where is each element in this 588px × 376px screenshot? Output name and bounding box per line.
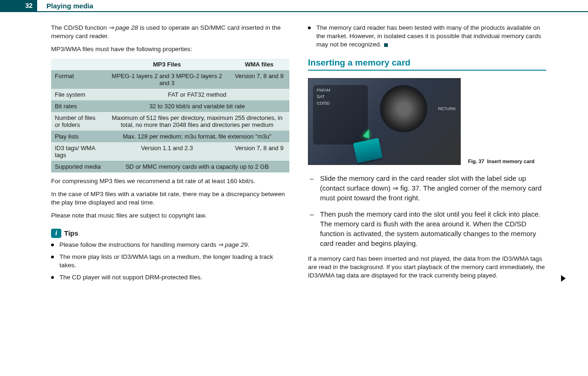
control-dial — [383, 88, 425, 130]
row-value: 32 to 320 kbit/s and variable bit rate — [105, 100, 289, 112]
th-wma: WMA files — [229, 59, 289, 70]
row-label: Format — [51, 70, 105, 89]
radio-panel: FM/AM SAT CD/SD — [313, 85, 368, 145]
top-bullet: The memory card reader has been tested w… — [308, 24, 546, 49]
cell-wma: Version 7, 8 and 9 — [229, 70, 289, 89]
after-table-1: For compressing MP3 files we recommend a… — [51, 177, 289, 185]
after-table-3: Please note that music files are subject… — [51, 211, 289, 220]
page-ref-link: ⇒ page 28 — [109, 24, 138, 31]
top-bullet-list: The memory card reader has been tested w… — [308, 24, 546, 49]
figure-wrap: FM/AM SAT CD/SD RETURN Fig. 37 Insert me… — [308, 78, 546, 165]
bullet-icon — [51, 244, 54, 246]
cell-mp3: Version 1.1 and 2.3 — [105, 142, 229, 161]
bullet-icon — [308, 26, 311, 29]
right-column: The memory card reader has been tested w… — [308, 24, 546, 285]
text: Please follow the instructions for handl… — [59, 241, 218, 248]
row-value: Maximum of 512 files per directory, maxi… — [105, 112, 289, 131]
list-item: Please follow the instructions for handl… — [51, 241, 289, 249]
table-row: Supported mediaSD or MMC memory cards wi… — [51, 161, 289, 172]
table-row: Number of files or foldersMaximum of 512… — [51, 112, 289, 131]
intro-paragraph-1: The CD/SD function ⇒ page 28 is used to … — [51, 24, 289, 40]
return-label: RETURN — [438, 106, 456, 111]
row-label: Number of files or folders — [51, 112, 105, 131]
tips-label: Tips — [64, 229, 78, 237]
intro-paragraph-2: MP3/WMA files must have the following pr… — [51, 45, 289, 53]
table-row: File systemFAT or FAT32 method — [51, 89, 289, 100]
text: The memory card reader has been tested w… — [316, 24, 541, 48]
after-table-2: In the case of MP3 files with a variable… — [51, 190, 289, 207]
closing-paragraph: If a memory card has been inserted and n… — [308, 255, 546, 280]
figure-caption: Fig. 37 Insert memory card — [468, 158, 546, 165]
th-mp3: MP3 Files — [105, 59, 229, 70]
panel-btn: CD/SD — [315, 100, 366, 106]
tips-heading: i Tips — [51, 229, 289, 238]
table-row: Bit rates32 to 320 kbit/s and variable b… — [51, 100, 289, 112]
list-item: The more play lists or ID3/WMA tags on a… — [51, 253, 289, 270]
info-icon: i — [51, 229, 61, 238]
cell-mp3: MPEG-1 layers 2 and 3 MPEG-2 layers 2 an… — [105, 70, 229, 89]
page-number: 32 — [0, 0, 37, 12]
cell-wma: Version 7, 8 and 9 — [229, 142, 289, 161]
table-row: FormatMPEG-1 layers 2 and 3 MPEG-2 layer… — [51, 70, 289, 89]
step-item: Then push the memory card into the slot … — [308, 209, 546, 248]
row-label: File system — [51, 89, 105, 100]
row-value: FAT or FAT32 method — [105, 89, 289, 100]
panel-btn: FM/AM — [315, 87, 366, 93]
table-row: Play listsMax. 128 per medium; m3u forma… — [51, 131, 289, 142]
panel-btn: SAT — [315, 93, 366, 100]
section-title: Inserting a memory card — [308, 58, 546, 71]
page-header: 32 Playing media — [0, 0, 588, 12]
text: . — [248, 241, 249, 248]
row-label: ID3 tags/ WMA tags — [51, 142, 105, 161]
page-ref-link: ⇒ page 29 — [218, 241, 248, 248]
chapter-title: Playing media — [46, 2, 93, 10]
properties-table: MP3 Files WMA files FormatMPEG-1 layers … — [51, 59, 289, 172]
bullet-icon — [51, 256, 54, 258]
left-column: The CD/SD function ⇒ page 28 is used to … — [51, 24, 289, 285]
fig-text: Insert memory card — [487, 158, 535, 164]
steps-list: Slide the memory card in the card reader… — [308, 173, 546, 248]
tips-list: Please follow the instructions for handl… — [51, 241, 289, 282]
figure-image: FM/AM SAT CD/SD RETURN — [308, 78, 461, 165]
row-value: SD or MMC memory cards with a capacity u… — [105, 161, 289, 172]
bullet-icon — [51, 276, 54, 279]
row-value: Max. 128 per medium; m3u format, file ex… — [105, 131, 289, 142]
row-label: Bit rates — [51, 100, 105, 112]
fig-number: Fig. 37 — [468, 158, 484, 164]
row-label: Play lists — [51, 131, 105, 142]
table-row: ID3 tags/ WMA tagsVersion 1.1 and 2.3Ver… — [51, 142, 289, 161]
text: The more play lists or ID3/WMA tags on a… — [59, 253, 273, 269]
text: The CD/SD function — [51, 24, 109, 31]
row-label: Supported media — [51, 161, 105, 172]
text: The CD player will not support DRM-prote… — [59, 274, 203, 281]
header-rule — [37, 11, 588, 12]
list-item: The CD player will not support DRM-prote… — [51, 273, 289, 282]
end-square-icon — [384, 43, 388, 47]
step-item: Slide the memory card in the card reader… — [308, 173, 546, 203]
continue-arrow-icon — [561, 275, 566, 282]
th-blank — [51, 59, 105, 70]
